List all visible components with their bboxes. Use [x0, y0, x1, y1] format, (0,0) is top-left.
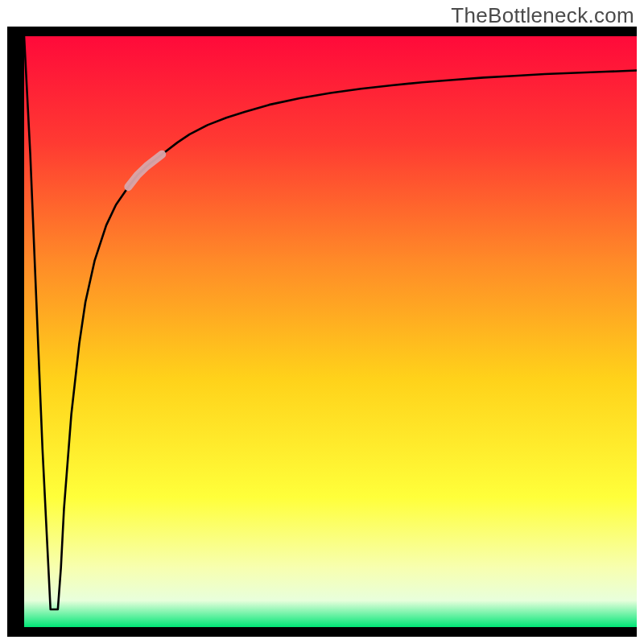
curve-line: [24, 36, 637, 609]
chart-curve: [24, 36, 637, 627]
curve-highlight: [128, 155, 162, 187]
plot-area: [24, 36, 637, 627]
watermark-text: TheBottleneck.com: [451, 3, 634, 28]
plot-frame: [7, 27, 637, 637]
